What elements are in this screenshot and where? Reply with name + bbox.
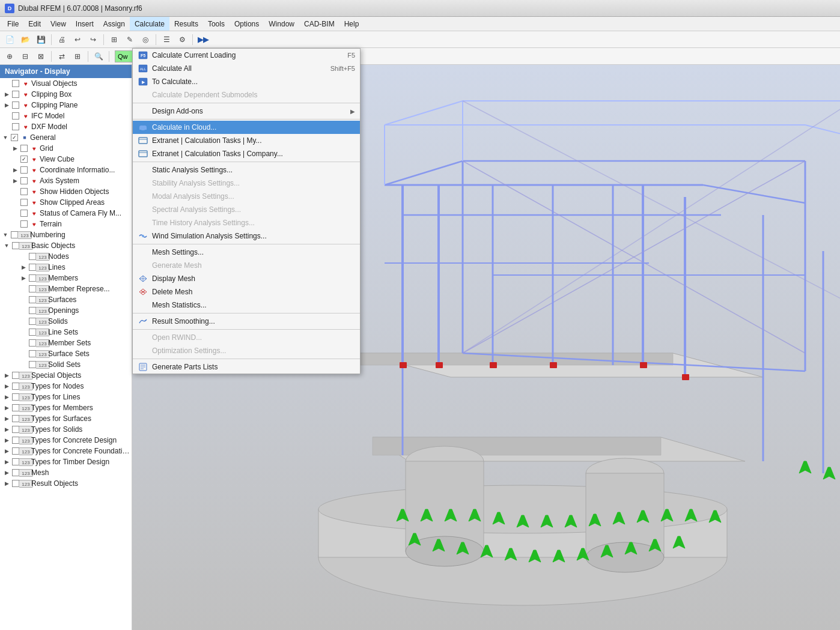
expand-mesh[interactable]: ▶ bbox=[2, 468, 11, 477]
toolbar2-btn6[interactable]: 🔍 bbox=[91, 50, 106, 63]
cb-axis-system[interactable] bbox=[20, 177, 28, 184]
tree-item-types-solids[interactable]: ▶ 123 Types for Solids bbox=[0, 424, 132, 435]
tree-item-openings[interactable]: 123 Openings bbox=[0, 305, 132, 316]
menu-mesh-settings[interactable]: Mesh Settings... bbox=[133, 246, 360, 259]
toolbar2-btn1[interactable]: ⊕ bbox=[2, 50, 17, 63]
tree-item-numbering[interactable]: ▼ 123 Numbering bbox=[0, 229, 132, 240]
tree-item-members[interactable]: ▶ 123 Members bbox=[0, 273, 132, 283]
menu-assign[interactable]: Assign bbox=[99, 17, 130, 31]
toolbar2-btn5[interactable]: ⊞ bbox=[70, 50, 85, 63]
menu-calc-all[interactable]: ALL Calculate All Shift+F5 bbox=[133, 62, 360, 75]
tree-item-types-surfaces[interactable]: ▶ 123 Types for Surfaces bbox=[0, 413, 132, 424]
expand-types-lines[interactable]: ▶ bbox=[2, 393, 11, 401]
tree-item-result-objects[interactable]: ▶ 123 Result Objects bbox=[0, 478, 132, 489]
menu-edit[interactable]: Edit bbox=[23, 17, 46, 31]
expand-numbering[interactable]: ▼ bbox=[1, 231, 10, 239]
tree-item-lines[interactable]: ▶ 123 Lines bbox=[0, 262, 132, 273]
toolbar-open[interactable]: 📂 bbox=[18, 33, 32, 46]
menu-extranet-company[interactable]: Extranet | Calculation Tasks | Company..… bbox=[133, 147, 360, 160]
tree-item-member-repre[interactable]: 123 Member Represe... bbox=[0, 283, 132, 294]
expand-types-members[interactable]: ▶ bbox=[2, 404, 11, 412]
menu-to-calculate[interactable]: ▶ To Calculate... bbox=[133, 75, 360, 88]
tree-item-surfaces[interactable]: 123 Surfaces bbox=[0, 294, 132, 305]
cb-show-hidden[interactable] bbox=[20, 188, 28, 195]
expand-special-objects[interactable]: ▶ bbox=[2, 371, 11, 380]
tree-item-line-sets[interactable]: 123 Line Sets bbox=[0, 327, 132, 338]
tree-item-grid[interactable]: ▶ ♥ Grid bbox=[0, 143, 132, 154]
tree-item-types-lines[interactable]: ▶ 123 Types for Lines bbox=[0, 392, 132, 402]
tree-item-mesh[interactable]: ▶ 123 Mesh bbox=[0, 467, 132, 478]
menu-file[interactable]: File bbox=[2, 17, 23, 31]
menu-calculate[interactable]: Calculate bbox=[130, 17, 169, 31]
cb-terrain[interactable] bbox=[20, 220, 28, 228]
calculate-dropdown-menu[interactable]: F5 Calculate Current Loading F5 ALL Calc… bbox=[132, 48, 361, 374]
tree-item-types-nodes[interactable]: ▶ 123 Types for Nodes bbox=[0, 381, 132, 392]
toolbar-btn4[interactable]: ✎ bbox=[123, 33, 137, 46]
toolbar-print[interactable]: 🖨 bbox=[55, 33, 69, 46]
expand-types-solids[interactable]: ▶ bbox=[2, 425, 11, 434]
cb-ifc-model[interactable] bbox=[12, 112, 19, 120]
expand-clipping-box[interactable]: ▶ bbox=[2, 90, 11, 98]
cb-general[interactable] bbox=[11, 134, 18, 141]
expand-lines[interactable]: ▶ bbox=[19, 263, 28, 271]
tree-item-basic-objects[interactable]: ▼ 123 Basic Objects bbox=[0, 240, 132, 251]
toolbar-undo[interactable]: ↩ bbox=[70, 33, 85, 46]
toolbar-redo[interactable]: ↪ bbox=[86, 33, 100, 46]
tree-item-visual-objects[interactable]: ♥ Visual Objects bbox=[0, 78, 132, 89]
toolbar2-btn4[interactable]: ⇄ bbox=[55, 50, 69, 63]
tree-item-types-timber[interactable]: ▶ 123 Types for Timber Design bbox=[0, 456, 132, 467]
menu-static-settings[interactable]: Static Analysis Settings... bbox=[133, 163, 360, 177]
tree-item-solids[interactable]: 123 Solids bbox=[0, 316, 132, 327]
tree-item-general[interactable]: ▼ ■ General bbox=[0, 132, 132, 143]
tree-item-nodes[interactable]: 123 Nodes bbox=[0, 251, 132, 262]
tree-item-coord-info[interactable]: ▶ ♥ Coordinate Informatio... bbox=[0, 165, 132, 175]
cb-status-camera[interactable] bbox=[20, 210, 28, 217]
menu-cadbim[interactable]: CAD-BIM bbox=[299, 17, 339, 31]
menu-gen-parts[interactable]: Generate Parts Lists bbox=[133, 360, 360, 374]
expand-result-objects[interactable]: ▶ bbox=[2, 479, 11, 488]
tree-item-dxf-model[interactable]: ♥ DXF Model bbox=[0, 121, 132, 132]
tree-item-show-hidden[interactable]: ♥ Show Hidden Objects bbox=[0, 186, 132, 197]
menu-delete-mesh[interactable]: Delete Mesh bbox=[133, 285, 360, 298]
cb-grid[interactable] bbox=[20, 145, 28, 152]
tree-item-types-concrete[interactable]: ▶ 123 Types for Concrete Design bbox=[0, 435, 132, 446]
toolbar-calc[interactable]: ▶▶ bbox=[196, 33, 210, 46]
tree-item-terrain[interactable]: ♥ Terrain bbox=[0, 219, 132, 229]
expand-basic-objects[interactable]: ▼ bbox=[2, 241, 11, 250]
menu-design-addons[interactable]: Design Add-ons ▶ bbox=[133, 104, 360, 118]
menu-calc-cloud[interactable]: Calculate in Cloud... bbox=[133, 121, 360, 134]
cb-view-cube[interactable] bbox=[20, 156, 28, 163]
expand-clipping-plane[interactable]: ▶ bbox=[2, 101, 11, 109]
tree-item-types-concrete-found[interactable]: ▶ 123 Types for Concrete Foundation Desi… bbox=[0, 446, 132, 456]
expand-types-nodes[interactable]: ▶ bbox=[2, 382, 11, 390]
tree-item-show-clipped[interactable]: ♥ Show Clipped Areas bbox=[0, 197, 132, 208]
expand-types-concrete-found[interactable]: ▶ bbox=[2, 447, 11, 455]
expand-types-surfaces[interactable]: ▶ bbox=[2, 414, 11, 423]
expand-members[interactable]: ▶ bbox=[19, 274, 28, 282]
menu-tools[interactable]: Tools bbox=[203, 17, 230, 31]
expand-types-concrete[interactable]: ▶ bbox=[2, 436, 11, 444]
menu-mesh-stats[interactable]: Mesh Statistics... bbox=[133, 298, 360, 312]
menu-extranet-my[interactable]: Extranet | Calculation Tasks | My... bbox=[133, 134, 360, 147]
menu-help[interactable]: Help bbox=[339, 17, 364, 31]
tree-item-solid-sets[interactable]: 123 Solid Sets bbox=[0, 359, 132, 370]
tree-item-types-members[interactable]: ▶ 123 Types for Members bbox=[0, 402, 132, 413]
toolbar2-btn2[interactable]: ⊟ bbox=[18, 50, 32, 63]
menu-insert[interactable]: Insert bbox=[71, 17, 99, 31]
menu-options[interactable]: Options bbox=[230, 17, 264, 31]
menu-view[interactable]: View bbox=[46, 17, 71, 31]
cb-visual-objects[interactable] bbox=[12, 80, 19, 87]
menu-display-mesh[interactable]: Display Mesh bbox=[133, 272, 360, 285]
menu-result-smoothing[interactable]: Result Smoothing... bbox=[133, 315, 360, 328]
cb-clipping-plane[interactable] bbox=[12, 101, 19, 109]
toolbar-new[interactable]: 📄 bbox=[2, 33, 17, 46]
tree-item-clipping-plane[interactable]: ▶ ♥ Clipping Plane bbox=[0, 100, 132, 111]
toolbar-save[interactable]: 💾 bbox=[34, 33, 48, 46]
toolbar-btn3[interactable]: ⊞ bbox=[107, 33, 121, 46]
menu-calc-current[interactable]: F5 Calculate Current Loading F5 bbox=[133, 49, 360, 62]
menu-windsim-settings[interactable]: Wind Simulation Analysis Settings... bbox=[133, 229, 360, 243]
toolbar-btn5[interactable]: ◎ bbox=[138, 33, 153, 46]
expand-general[interactable]: ▼ bbox=[1, 133, 10, 142]
menu-results[interactable]: Results bbox=[169, 17, 203, 31]
expand-types-timber[interactable]: ▶ bbox=[2, 458, 11, 466]
